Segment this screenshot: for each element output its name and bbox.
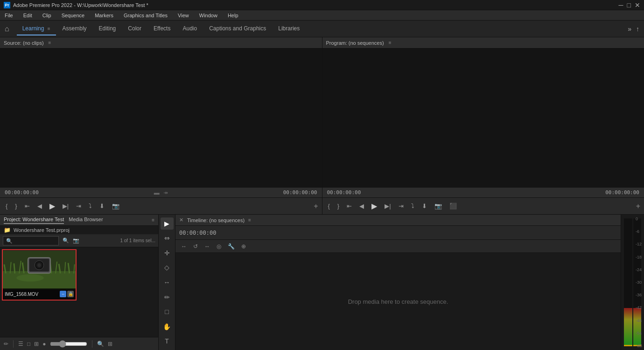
hand-tool-button[interactable]: ✋ bbox=[161, 321, 174, 333]
tab-captions[interactable]: Captions and Graphics bbox=[203, 22, 272, 35]
menu-view[interactable]: View bbox=[176, 12, 191, 19]
zoom-slider[interactable] bbox=[50, 340, 87, 348]
tab-color[interactable]: Color bbox=[122, 22, 147, 35]
source-monitor-title: Source: (no clips) bbox=[4, 40, 44, 46]
rate-stretch-tool[interactable]: ↔ bbox=[161, 276, 174, 288]
maximize-button[interactable]: □ bbox=[627, 1, 631, 9]
project-toolbar: 🔍 📷 1 of 1 items sel... bbox=[0, 234, 158, 247]
project-panel: Project: Wondershare Test Media Browser … bbox=[0, 215, 159, 350]
timeline-tools-row: ↔ ↺ ↔ ◎ 🔧 ⊕ bbox=[175, 240, 621, 253]
source-play[interactable]: ▶ bbox=[48, 201, 57, 211]
vu-label-db: -dB bbox=[636, 343, 642, 348]
close-button[interactable]: ✕ bbox=[635, 1, 640, 9]
tools-sidebar: ▶ ⇔ ✛ ◇ ↔ ✏ □ ✋ T bbox=[159, 215, 175, 350]
new-item-icon[interactable]: ✏ bbox=[4, 341, 8, 347]
text-tool-button[interactable]: T bbox=[161, 336, 174, 348]
ripple-edit-tool[interactable]: ✛ bbox=[161, 247, 174, 259]
vu-label-42: -42 bbox=[636, 305, 642, 310]
source-mark-in[interactable]: { bbox=[4, 202, 9, 210]
rolling-edit-tool[interactable]: ◇ bbox=[161, 262, 174, 274]
menu-edit[interactable]: Edit bbox=[21, 12, 34, 19]
menu-markers[interactable]: Markers bbox=[93, 12, 115, 19]
tab-assembly[interactable]: Assembly bbox=[57, 22, 92, 35]
program-goto-in[interactable]: ⇤ bbox=[345, 202, 354, 210]
separator-1 bbox=[13, 340, 14, 348]
menu-help[interactable]: Help bbox=[226, 12, 240, 19]
title-bar-left: Pr Adobe Premiere Pro 2022 - W:\Upwork\W… bbox=[4, 2, 148, 8]
tl-add-tracks[interactable]: ↔ bbox=[179, 242, 189, 251]
track-select-tool[interactable]: ⇔ bbox=[161, 232, 174, 245]
export-button[interactable]: ↑ bbox=[636, 25, 639, 33]
selection-tool-button[interactable]: ▶ bbox=[161, 217, 174, 230]
tab-learning[interactable]: Learning ≡ bbox=[17, 22, 56, 35]
thumbnail-filename: IMG_1568.MOV bbox=[5, 292, 38, 297]
minimize-button[interactable]: ─ bbox=[619, 1, 623, 9]
menu-window[interactable]: Window bbox=[197, 12, 219, 19]
program-camera[interactable]: 📷 bbox=[433, 202, 444, 210]
menu-clip[interactable]: Clip bbox=[41, 12, 53, 19]
timeline-menu[interactable]: ≡ bbox=[248, 217, 251, 223]
tab-audio[interactable]: Audio bbox=[177, 22, 203, 35]
source-step-fwd[interactable]: ▶| bbox=[61, 202, 70, 210]
vu-label-12: -12 bbox=[636, 242, 642, 246]
source-camera[interactable]: 📷 bbox=[110, 202, 121, 210]
automate-icon[interactable]: ● bbox=[42, 341, 46, 347]
metadata-icon[interactable]: ⊞ bbox=[108, 341, 112, 347]
program-play[interactable]: ▶ bbox=[370, 201, 379, 211]
freeform-view-icon[interactable]: ⊞ bbox=[34, 341, 39, 347]
menu-sequence[interactable]: Sequence bbox=[60, 12, 87, 19]
source-monitor-controls: { } ⇤ ◀ ▶ ▶| ⇥ ⤵ ⬇ 📷 + bbox=[0, 197, 322, 214]
tab-editing[interactable]: Editing bbox=[93, 22, 122, 35]
thumbnail-label: IMG_1568.MOV ↔ 🔒 bbox=[3, 288, 76, 300]
program-goto-out[interactable]: ⇥ bbox=[397, 202, 406, 210]
source-insert[interactable]: ⤵ bbox=[87, 202, 94, 210]
pen-tool-button[interactable]: ✏ bbox=[161, 291, 174, 303]
timeline-title: Timeline: (no sequences) bbox=[187, 217, 245, 223]
project-tab-project[interactable]: Project: Wondershare Test bbox=[4, 217, 64, 224]
source-overwrite[interactable]: ⬇ bbox=[98, 202, 106, 210]
tl-linked[interactable]: ↔ bbox=[203, 242, 212, 251]
program-mark-out[interactable]: } bbox=[336, 202, 341, 210]
source-monitor-menu[interactable]: ≡ bbox=[49, 40, 51, 45]
menu-file[interactable]: File bbox=[3, 12, 15, 19]
tl-add[interactable]: ⊕ bbox=[239, 242, 248, 251]
program-monitor-menu[interactable]: ≡ bbox=[389, 40, 392, 45]
tab-libraries[interactable]: Libraries bbox=[273, 22, 305, 35]
program-insert[interactable]: ⤵ bbox=[409, 202, 416, 210]
source-goto-out[interactable]: ⇥ bbox=[74, 202, 83, 210]
list-view-icon[interactable]: ☰ bbox=[18, 341, 23, 347]
vu-peak-left bbox=[624, 345, 632, 346]
find-icon[interactable]: 🔍 bbox=[97, 341, 104, 347]
program-add-button[interactable]: + bbox=[636, 202, 640, 210]
project-tab-media[interactable]: Media Browser bbox=[69, 217, 103, 224]
program-monitor-timebar: 00:00:00:00 00:00:00:00 bbox=[322, 187, 644, 197]
source-mark-out[interactable]: } bbox=[13, 202, 19, 210]
source-add-button[interactable]: + bbox=[314, 202, 318, 210]
app-title: Adobe Premiere Pro 2022 - W:\Upwork\Wond… bbox=[13, 2, 148, 8]
tab-effects[interactable]: Effects bbox=[148, 22, 176, 35]
svg-point-23 bbox=[16, 274, 44, 282]
home-icon[interactable]: ⌂ bbox=[5, 25, 9, 33]
project-header-menu[interactable]: ≡ bbox=[152, 217, 154, 223]
tl-markers[interactable]: ◎ bbox=[215, 242, 223, 251]
project-thumbnail-item[interactable]: IMG_1568.MOV ↔ 🔒 bbox=[2, 249, 77, 301]
program-mark-in[interactable]: { bbox=[326, 202, 332, 210]
rectangle-tool-button[interactable]: □ bbox=[161, 306, 174, 318]
source-goto-in[interactable]: ⇤ bbox=[23, 202, 32, 210]
source-monitor-header: Source: (no clips) ≡ bbox=[0, 37, 322, 49]
icon-view-icon[interactable]: □ bbox=[27, 341, 30, 347]
program-overwrite[interactable]: ⬇ bbox=[420, 202, 429, 210]
menu-graphics[interactable]: Graphics and Titles bbox=[122, 12, 169, 19]
tl-snap[interactable]: ↺ bbox=[191, 242, 200, 251]
program-step-fwd[interactable]: ▶| bbox=[383, 202, 392, 210]
timeline-close[interactable]: ✕ bbox=[179, 217, 183, 223]
tl-settings[interactable]: 🔧 bbox=[226, 242, 237, 251]
more-workspaces-button[interactable]: » bbox=[628, 25, 631, 33]
program-extra[interactable]: ⬛ bbox=[448, 202, 459, 210]
project-search-input[interactable] bbox=[3, 236, 59, 245]
timeline-toolbar: 00:00:00:00 bbox=[175, 226, 621, 240]
vu-label-24: -24 bbox=[636, 267, 642, 272]
project-filename: Wondershare Test.prproj bbox=[14, 227, 70, 233]
source-step-back[interactable]: ◀ bbox=[35, 202, 44, 210]
program-step-back[interactable]: ◀ bbox=[357, 202, 366, 210]
